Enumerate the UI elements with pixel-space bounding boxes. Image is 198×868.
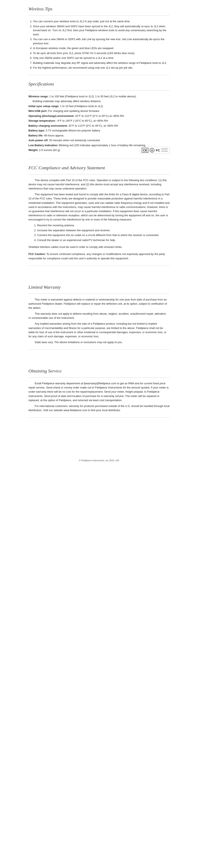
obtaining-service-section: Obtaining Service Email Fieldpiece warra… <box>29 368 169 417</box>
badge-text-block: N22675 LISTED <box>161 148 168 153</box>
list-item: Increase the separation between the equi… <box>37 228 169 232</box>
spec-value: 1 to 100 feet (Fieldpiece tools to JL2);… <box>49 95 136 98</box>
spec-value: 2.9 ounces (82 g) <box>39 149 60 152</box>
service-para-2: For international customers, warranty fo… <box>29 404 169 412</box>
spec-value: 48 hours approx. <box>44 134 64 137</box>
spec-value: Blinking red LED indicates approximately… <box>59 144 146 147</box>
spec-label: Battery life: <box>29 134 43 137</box>
spec-label: Weight: <box>29 149 38 152</box>
specifications-title: Specifications <box>29 81 169 87</box>
spec-label: Battery charging environment: <box>29 124 68 127</box>
spec-label: Low Battery indication: <box>29 144 58 147</box>
n22675-text: N22675 <box>161 148 168 150</box>
rohs-badge: ⊕ <box>150 148 154 152</box>
ce-badge: CE <box>142 148 149 153</box>
specifications-bottom-divider <box>29 159 169 159</box>
spec-value: 32°F to 122°F (0°C to 50°C) at <85% RH <box>75 114 124 118</box>
footer: © Fieldpiece Instruments, Inc 2015; v20 <box>29 457 169 462</box>
specifications-section: Specifications Wireless range: 1 to 100 … <box>29 81 169 159</box>
spec-row-battery-life: Battery life: 48 hours approx. <box>29 133 169 138</box>
spec-value: For charging and updating device firmwar… <box>48 110 100 113</box>
spec-row-battery-type: Battery type: 3.7V rechargeable lithium-… <box>29 128 169 133</box>
listed-text: LISTED <box>161 150 168 153</box>
fcc-badges: CE ⊕ FC N22675 LISTED <box>140 147 169 154</box>
list-item: For the highest performance, we recommen… <box>33 66 169 70</box>
list-item: Reorient the receiving antenna. <box>37 223 169 227</box>
wireless-tips-list: You can connect your wireless tools to J… <box>29 19 169 70</box>
list-item: To de-sync all tools from your JL2, pres… <box>33 51 169 55</box>
spec-indent-wireless: Building materials may adversely affect … <box>33 99 169 103</box>
list-item: In European wireless mode, the green and… <box>33 46 169 50</box>
list-item: You can connect your wireless tools to J… <box>33 19 169 24</box>
spec-row-usb: Mini-USB port: For charging and updating… <box>29 109 169 113</box>
spec-value: 1 to 10 feet (Fieldpiece tools to JL2) <box>60 104 103 108</box>
fcc-caution-label: FCC Caution: <box>29 252 46 255</box>
fc-badge: FC <box>156 149 160 152</box>
fcc-para-2: This equipment has been tested and found… <box>29 192 169 222</box>
spacer-2 <box>29 356 169 368</box>
list-item: Only one SMAN and/or one SDP2 can be syn… <box>33 56 169 60</box>
warranty-para-2: This warranty does not apply to defects … <box>29 312 169 320</box>
fcc-divider <box>29 174 169 175</box>
spec-label: Initial sync setup range: <box>29 104 60 108</box>
page-container: Wireless Tips You can connect your wirel… <box>24 0 174 474</box>
spec-label: Wireless range: <box>29 95 48 98</box>
fcc-caution-text: To ensure continued compliance, any chan… <box>29 252 165 260</box>
wireless-tips-section: Wireless Tips You can connect your wirel… <box>29 6 169 75</box>
limited-warranty-divider <box>29 293 169 294</box>
spacer-3 <box>29 424 169 436</box>
spec-label: Mini-USB port: <box>29 110 47 113</box>
spec-row-storage: Storage temperature: -4°F to 140°F (-20°… <box>29 119 169 123</box>
warranty-para-1: This meter is warranted against defects … <box>29 298 169 310</box>
obtaining-service-title: Obtaining Service <box>29 368 169 374</box>
spec-value: 30 minutes when not wirelessly connected… <box>49 139 101 142</box>
warranty-para-3: Any implied warranties arising from the … <box>29 322 169 339</box>
list-item: Consult the dealer or an experienced rad… <box>37 238 169 242</box>
specifications-divider <box>29 90 169 91</box>
spec-row-battery-charging: Battery charging environment: 32°F to 11… <box>29 124 169 128</box>
spacer-4 <box>29 436 169 449</box>
limited-warranty-title: Limited Warranty <box>29 284 169 290</box>
fcc-shielded-note: Shielded interface cables must be used i… <box>29 245 169 249</box>
service-para-1: Email Fieldpiece warranty department at … <box>29 381 169 402</box>
fcc-title: FCC Compliance and Advisory Statement <box>29 165 169 170</box>
list-item: Building materials may degrade any RF si… <box>33 61 169 65</box>
spacer-1 <box>29 272 169 284</box>
limited-warranty-section: Limited Warranty This meter is warranted… <box>29 284 169 349</box>
fcc-measures-list: Reorient the receiving antenna. Increase… <box>33 223 169 242</box>
list-item: Connect the equipment into an outlet on … <box>37 233 169 237</box>
spec-value: 3.7V rechargeable lithium-ion polymer ba… <box>46 129 100 132</box>
spec-row-wireless-range: Wireless range: 1 to 100 feet (Fieldpiec… <box>29 94 169 99</box>
spec-label: Storage temperature: <box>29 119 55 122</box>
spec-row-sync-range: Initial sync setup range: 1 to 10 feet (… <box>29 104 169 108</box>
list-item: You can use a new SMAN or SDP2 with Job … <box>33 37 169 45</box>
spec-label: Battery type: <box>29 129 45 132</box>
fcc-bottom-divider <box>29 266 169 266</box>
fcc-section: FCC Compliance and Advisory Statement Th… <box>29 165 169 266</box>
footer-text: © Fieldpiece Instruments, Inc 2015; v20 <box>79 459 119 462</box>
spec-value: 32°F to 113°F (0°C to 45°C), at <85% RH <box>69 124 118 127</box>
obtaining-service-divider <box>29 377 169 378</box>
fcc-para-1: This device complies with Part 15 of the… <box>29 178 169 191</box>
wireless-tips-title: Wireless Tips <box>29 6 169 12</box>
spec-label: Auto power off: <box>29 139 48 142</box>
fcc-caution: FCC Caution: To ensure continued complia… <box>29 252 169 260</box>
spec-row-operating: Operating (discharge) environment: 32°F … <box>29 114 169 118</box>
spec-row-auto-power: Auto power off: 30 minutes when not wire… <box>29 138 169 143</box>
spec-value: -4°F to 140°F (-20°C to 60°C), at <85% R… <box>56 119 108 122</box>
warranty-para-4: State laws vary. The above limitations o… <box>29 340 169 344</box>
spec-label: Operating (discharge) environment: <box>29 114 74 118</box>
list-item: Once your wireless SMAN and SDP2 have be… <box>33 24 169 37</box>
wireless-tips-bottom-divider <box>29 75 169 75</box>
